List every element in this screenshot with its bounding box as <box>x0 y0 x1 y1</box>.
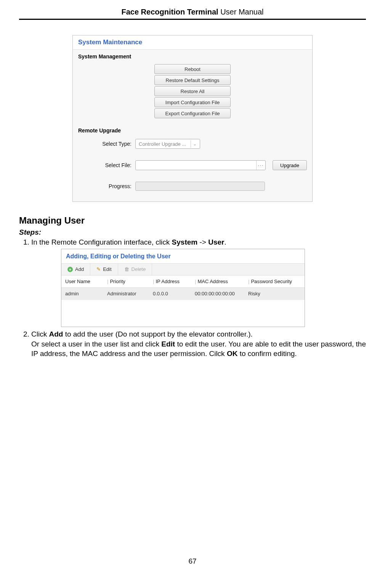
table-row[interactable]: admin Administrator 0.0.0.0 00:00:00:00:… <box>61 288 305 300</box>
delete-label: Delete <box>132 266 146 273</box>
delete-button[interactable]: 🗑 Delete <box>118 264 152 275</box>
step1-bold-user: User <box>208 238 224 246</box>
col-username: User Name <box>65 278 107 285</box>
page-number: 67 <box>19 557 366 565</box>
step-2: Click Add to add the user (Do not suppor… <box>31 329 366 359</box>
section-system-management: System Management <box>73 50 312 62</box>
select-type-dropdown[interactable]: Controller Upgrade ... ⌄ <box>135 139 200 149</box>
col-pwd: |Password Security <box>248 278 301 285</box>
cell-priority: Administrator <box>107 290 153 297</box>
user-toolbar: + Add ✎ Edit 🗑 Delete <box>61 263 305 275</box>
user-panel-title: Adding, Editing or Deleting the User <box>61 249 305 264</box>
system-maintenance-panel: System Maintenance System Management Reb… <box>72 35 313 202</box>
cell-pwd: Risky <box>248 290 301 297</box>
select-file-input[interactable]: ··· <box>135 160 266 170</box>
select-file-label: Select File: <box>78 162 135 168</box>
panel-title: System Maintenance <box>73 35 312 50</box>
restore-default-button[interactable]: Restore Default Settings <box>154 75 231 85</box>
cell-mac: 00:00:00:00:00:00 <box>195 290 248 297</box>
step1-text-c: -> <box>197 238 208 246</box>
user-management-panel: Adding, Editing or Deleting the User + A… <box>61 249 305 327</box>
step2-bold-edit: Edit <box>161 340 175 348</box>
remote-upgrade-area: Select Type: Controller Upgrade ... ⌄ Se… <box>73 136 312 201</box>
edit-label: Edit <box>103 266 111 273</box>
progress-bar <box>135 182 265 191</box>
edit-button[interactable]: ✎ Edit <box>90 264 118 275</box>
restore-all-button[interactable]: Restore All <box>154 86 231 96</box>
pencil-icon: ✎ <box>96 266 101 273</box>
system-buttons-column: Reboot Restore Default Settings Restore … <box>73 62 312 124</box>
import-config-button[interactable]: Import Configuration File <box>154 97 231 107</box>
trash-icon: 🗑 <box>124 266 129 273</box>
step1-text-e: . <box>224 238 226 246</box>
upgrade-button[interactable]: Upgrade <box>273 160 307 170</box>
steps-label: Steps: <box>19 228 366 237</box>
reboot-button[interactable]: Reboot <box>154 64 231 74</box>
page-header: Face Recognition Terminal User Manual <box>19 8 366 20</box>
plus-icon: + <box>67 267 73 272</box>
add-button[interactable]: + Add <box>61 264 90 275</box>
col-priority: |Priority <box>107 278 153 285</box>
step1-text-a: In the Remote Configuration interface, c… <box>31 238 172 246</box>
header-title-bold: Face Recognition Terminal <box>121 8 218 16</box>
step2-bold-add: Add <box>49 330 63 338</box>
header-title-rest: User Manual <box>218 8 264 16</box>
export-config-button[interactable]: Export Configuration File <box>154 108 231 118</box>
steps-list: In the Remote Configuration interface, c… <box>19 237 366 359</box>
step1-bold-system: System <box>172 238 198 246</box>
step2-bold-ok: OK <box>227 350 238 358</box>
add-label: Add <box>75 266 84 273</box>
step2-text-c: to add the user (Do not support by the e… <box>63 330 252 338</box>
step-1: In the Remote Configuration interface, c… <box>31 237 366 327</box>
chevron-down-icon: ⌄ <box>191 140 198 148</box>
select-type-value: Controller Upgrade ... <box>139 141 186 147</box>
heading-managing-user: Managing User <box>19 215 366 226</box>
col-ip: |IP Address <box>153 278 195 285</box>
progress-label: Progress: <box>78 183 135 189</box>
browse-icon[interactable]: ··· <box>256 161 265 170</box>
cell-username: admin <box>65 290 107 297</box>
cell-ip: 0.0.0.0 <box>153 290 195 297</box>
select-type-label: Select Type: <box>78 141 135 147</box>
user-table-empty-area <box>61 300 305 327</box>
step2-text-h: to confirm editing. <box>237 350 297 358</box>
user-table-header: User Name |Priority |IP Address |MAC Add… <box>61 275 305 288</box>
section-remote-upgrade: Remote Upgrade <box>73 124 312 136</box>
step2-text-d: Or select a user in the user list and cl… <box>31 340 161 348</box>
step2-text-a: Click <box>31 330 49 338</box>
col-mac: |MAC Address <box>195 278 248 285</box>
